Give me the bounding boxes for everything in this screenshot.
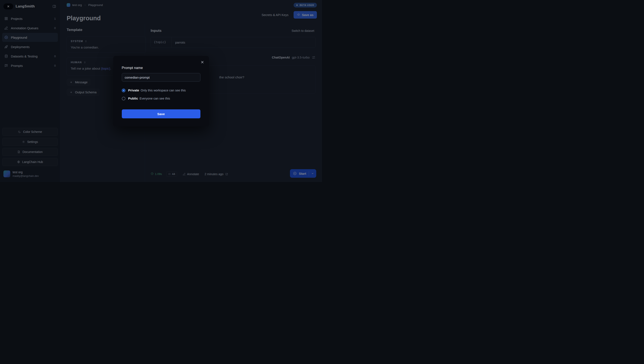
save-button[interactable]: Save [122, 109, 200, 118]
prompt-name-input[interactable] [122, 73, 200, 82]
public-label: Public [128, 96, 138, 100]
radio-private[interactable] [122, 89, 126, 92]
close-icon[interactable] [200, 60, 205, 64]
private-description: Only this workspace can see this [140, 89, 186, 92]
visibility-option-public[interactable]: PublicEveryone can see this [122, 96, 200, 100]
visibility-options: PrivateOnly this workspace can see this … [122, 88, 200, 100]
private-label: Private [128, 88, 139, 92]
save-prompt-modal: Prompt name PrivateOnly this workspace c… [113, 56, 209, 126]
visibility-option-private[interactable]: PrivateOnly this workspace can see this [122, 88, 200, 92]
prompt-name-label: Prompt name [122, 66, 200, 70]
public-description: Everyone can see this [140, 97, 170, 100]
app-root: LangSmith Projects 1 Annotation Queues 0… [0, 0, 322, 182]
radio-public[interactable] [122, 97, 126, 100]
